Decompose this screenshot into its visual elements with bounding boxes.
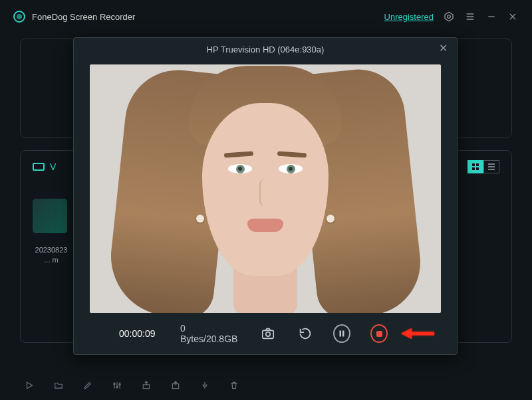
pin-icon[interactable] (200, 380, 210, 391)
grid-view-button[interactable] (467, 160, 483, 173)
restart-button[interactable] (297, 324, 314, 343)
unregistered-link[interactable]: Unregistered (384, 12, 434, 22)
portrait-shape (196, 215, 204, 223)
play-icon[interactable] (24, 380, 35, 391)
svg-point-25 (266, 332, 270, 336)
delete-icon[interactable] (229, 380, 239, 391)
close-button[interactable] (507, 11, 519, 23)
portrait-shape (259, 179, 271, 207)
titlebar: FoneDog Screen Recorder Unregistered (0, 0, 532, 33)
svg-rect-27 (342, 331, 344, 337)
svg-rect-11 (476, 167, 479, 170)
svg-rect-10 (472, 167, 475, 170)
titlebar-left: FoneDog Screen Recorder (13, 11, 135, 23)
export-icon[interactable] (141, 380, 152, 391)
svg-marker-29 (401, 328, 412, 339)
app-logo-icon (13, 11, 25, 23)
portrait-shape (327, 215, 334, 223)
svg-marker-0 (445, 12, 453, 21)
svg-rect-9 (476, 163, 479, 166)
menu-icon[interactable] (464, 11, 476, 23)
recording-thumbnail (33, 199, 67, 233)
recordings-title: V (33, 161, 56, 172)
dialog-close-button[interactable]: ✕ (439, 42, 448, 54)
recorder-controls: 00:00:09 0 Bytes/20.8GB (74, 313, 457, 354)
app-title: FoneDog Screen Recorder (32, 12, 135, 22)
recording-timer: 00:00:09 (119, 328, 160, 339)
titlebar-right: Unregistered (384, 11, 519, 23)
dialog-header: HP Truevision HD (064e:930a) ✕ (74, 38, 457, 60)
bottom-toolbar (24, 380, 239, 391)
list-view-button[interactable] (483, 160, 499, 173)
recordings-title-text: V (50, 161, 56, 172)
camera-preview-dialog: HP Truevision HD (064e:930a) ✕ 00:00:09 … (73, 37, 458, 355)
dialog-title: HP Truevision HD (064e:930a) (207, 45, 325, 54)
snapshot-button[interactable] (259, 324, 277, 343)
recording-size: 0 Bytes/20.8GB (180, 323, 239, 344)
share-icon[interactable] (170, 380, 181, 391)
portrait-shape (279, 164, 303, 173)
recording-item[interactable]: 20230823 ... m (33, 199, 70, 266)
pause-button[interactable] (333, 324, 350, 343)
svg-point-1 (448, 15, 451, 19)
folder-icon[interactable] (53, 380, 64, 391)
stop-button[interactable] (370, 324, 388, 343)
svg-rect-26 (340, 331, 342, 337)
view-toggle (467, 160, 499, 173)
portrait-shape (247, 219, 283, 232)
edit-icon[interactable] (82, 380, 93, 391)
camera-icon (33, 163, 45, 171)
annotation-arrow-icon (400, 327, 436, 340)
adjust-icon[interactable] (112, 380, 122, 391)
recording-filename: 20230823 ... m (33, 245, 70, 266)
camera-preview (90, 64, 441, 313)
svg-rect-8 (472, 163, 475, 166)
minimize-button[interactable] (485, 11, 497, 23)
portrait-shape (228, 164, 252, 173)
settings-hex-icon[interactable] (443, 11, 455, 23)
svg-marker-15 (27, 382, 33, 388)
